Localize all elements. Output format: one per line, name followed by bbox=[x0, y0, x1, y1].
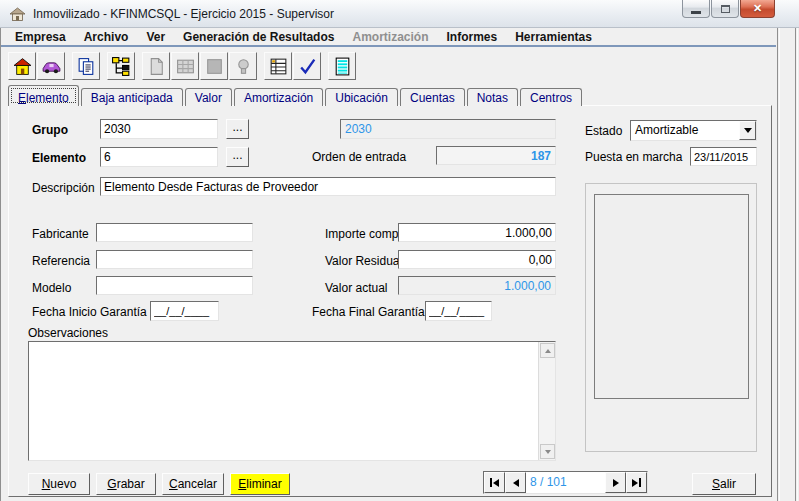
observaciones-scrollbar[interactable] bbox=[538, 342, 555, 460]
record-indicator: 8 / 101 bbox=[526, 472, 605, 493]
grabar-button[interactable]: Grabar bbox=[96, 473, 156, 495]
minimize-icon bbox=[691, 11, 701, 14]
tab-ubicacion[interactable]: Ubicación bbox=[325, 88, 398, 106]
arrow-down-icon bbox=[545, 450, 551, 454]
check-icon bbox=[297, 56, 318, 77]
eliminar-button[interactable]: Eliminar bbox=[230, 473, 290, 495]
importe-compra-label: Importe compra bbox=[325, 227, 409, 241]
last-record-icon bbox=[639, 478, 641, 487]
menu-informes[interactable]: Informes bbox=[437, 29, 506, 46]
tab-amortizacion[interactable]: Amortización bbox=[234, 88, 323, 106]
first-record-icon bbox=[490, 478, 492, 487]
tab-elemento[interactable]: Elemento bbox=[8, 85, 79, 106]
descripcion-input[interactable] bbox=[100, 177, 556, 196]
notes-toolbar-button[interactable] bbox=[328, 52, 356, 80]
grid-toolbar-button bbox=[171, 52, 199, 80]
tab-baja-anticipada[interactable]: Baja anticipada bbox=[81, 88, 183, 106]
hierarchy-toolbar-button[interactable] bbox=[107, 52, 135, 80]
puesta-en-marcha-input[interactable] bbox=[690, 147, 757, 166]
tab-centros[interactable]: Centros bbox=[520, 88, 582, 106]
scroll-up-button[interactable] bbox=[540, 343, 555, 358]
fecha-inicio-garantia-input[interactable] bbox=[150, 301, 219, 321]
chevron-down-icon bbox=[744, 128, 752, 133]
observaciones-textarea[interactable] bbox=[29, 342, 538, 460]
elemento-browse-button[interactable]: ... bbox=[226, 147, 249, 167]
check-toolbar-button[interactable] bbox=[293, 52, 321, 80]
referencia-input[interactable] bbox=[96, 250, 253, 269]
title-bar: Inmovilizado - KFINMCSQL - Ejercicio 201… bbox=[0, 0, 799, 28]
observaciones-box bbox=[28, 341, 556, 461]
toolbar bbox=[1, 49, 776, 83]
fecha-final-garantia-input[interactable] bbox=[425, 301, 492, 321]
tab-cuentas[interactable]: Cuentas bbox=[400, 88, 465, 106]
fecha-inicio-garantia-label: Fecha Inicio Garantía bbox=[32, 305, 147, 319]
grupo-input[interactable] bbox=[100, 119, 218, 139]
close-button[interactable]: ✕ bbox=[740, 0, 775, 18]
menu-ver[interactable]: Ver bbox=[137, 29, 174, 46]
salir-button[interactable]: Salir bbox=[692, 473, 756, 495]
scroll-down-button[interactable] bbox=[540, 444, 555, 459]
valor-residual-label: Valor Residual bbox=[325, 254, 402, 268]
home-icon bbox=[12, 56, 33, 77]
valor-actual-label: Valor actual bbox=[325, 281, 387, 295]
grupo-description-display: 2030 bbox=[340, 119, 556, 139]
estado-value: Amortizable bbox=[631, 121, 739, 140]
next-record-button[interactable] bbox=[605, 472, 626, 493]
arrow-left-icon bbox=[513, 479, 519, 487]
new-document-toolbar-button bbox=[142, 52, 170, 80]
menu-empresa[interactable]: Empresa bbox=[6, 29, 75, 46]
orden-entrada-display: 187 bbox=[436, 146, 556, 165]
menu-herramientas[interactable]: Herramientas bbox=[506, 29, 601, 46]
first-record-button[interactable] bbox=[484, 472, 505, 493]
home-toolbar-button[interactable] bbox=[8, 52, 36, 80]
fabricante-label: Fabricante bbox=[32, 227, 89, 241]
grupo-browse-button[interactable]: ... bbox=[226, 119, 249, 139]
puesta-en-marcha-label: Puesta en marcha bbox=[585, 150, 682, 164]
maximize-button[interactable] bbox=[711, 0, 739, 18]
valor-residual-input[interactable] bbox=[398, 250, 556, 269]
menu-archivo[interactable]: Archivo bbox=[75, 29, 138, 46]
minimize-button[interactable] bbox=[682, 0, 710, 18]
hierarchy-icon bbox=[111, 56, 132, 77]
outer-frame-border bbox=[795, 28, 796, 501]
estado-dropdown-button[interactable] bbox=[739, 121, 756, 140]
arrow-left-icon bbox=[493, 479, 499, 487]
fabricante-input[interactable] bbox=[96, 223, 253, 242]
window-left-border bbox=[0, 28, 1, 501]
window-title: Inmovilizado - KFINMCSQL - Ejercicio 201… bbox=[33, 7, 334, 21]
copy-toolbar-button[interactable] bbox=[72, 52, 100, 80]
grupo-label: Grupo bbox=[32, 123, 68, 137]
record-navigator: 8 / 101 bbox=[483, 471, 648, 494]
last-record-button[interactable] bbox=[626, 472, 647, 493]
window-right-border-highlight bbox=[779, 28, 780, 501]
car-icon bbox=[41, 56, 62, 77]
arrow-right-icon bbox=[632, 479, 638, 487]
elemento-label: Elemento bbox=[32, 151, 86, 165]
estado-combobox[interactable]: Amortizable bbox=[630, 120, 757, 141]
car-toolbar-button[interactable] bbox=[37, 52, 65, 80]
photo-placeholder bbox=[594, 194, 749, 399]
modelo-input[interactable] bbox=[96, 276, 253, 295]
app-window: Inmovilizado - KFINMCSQL - Ejercicio 201… bbox=[0, 0, 799, 501]
valor-actual-display: 1.000,00 bbox=[398, 276, 556, 295]
elemento-input[interactable] bbox=[100, 147, 218, 167]
window-right-border bbox=[777, 28, 778, 501]
arrow-up-icon bbox=[545, 349, 551, 353]
tab-strip: Elemento Baja anticipada Valor Amortizac… bbox=[8, 85, 584, 106]
tab-valor[interactable]: Valor bbox=[185, 88, 232, 106]
form-toolbar-button[interactable] bbox=[264, 52, 292, 80]
menu-generacion-resultados[interactable]: Generación de Resultados bbox=[174, 29, 343, 46]
photo-frame bbox=[585, 183, 757, 452]
square-icon bbox=[204, 56, 225, 77]
lamp-toolbar-button bbox=[229, 52, 257, 80]
lamp-icon bbox=[233, 56, 254, 77]
maximize-icon bbox=[721, 5, 730, 13]
nuevo-button[interactable]: Nuevo bbox=[28, 473, 90, 495]
caption-buttons: ✕ bbox=[682, 0, 775, 18]
previous-record-button[interactable] bbox=[505, 472, 526, 493]
fecha-final-garantia-label: Fecha Final Garantía bbox=[312, 305, 425, 319]
new-document-icon bbox=[146, 56, 167, 77]
tab-notas[interactable]: Notas bbox=[467, 88, 518, 106]
importe-compra-input[interactable] bbox=[398, 223, 556, 242]
cancelar-button[interactable]: Cancelar bbox=[162, 473, 224, 495]
